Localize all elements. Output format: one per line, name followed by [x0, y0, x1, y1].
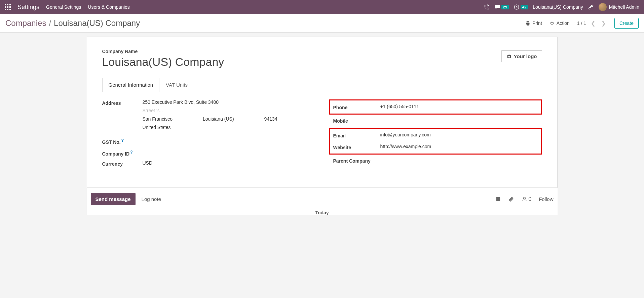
form-sheet: Your logo Company Name Louisana(US) Comp… — [87, 37, 558, 188]
highlight-phone: Phone +1 (650) 555-0111 — [329, 99, 542, 115]
print-button[interactable]: Print — [525, 20, 542, 26]
address-label: Address — [102, 99, 143, 106]
tab-general-information[interactable]: General Information — [102, 78, 160, 92]
address-city[interactable]: San Francisco — [143, 116, 173, 122]
pager-text: 1 / 1 — [577, 20, 586, 26]
gst-no-label: GST No.? — [102, 137, 143, 145]
phone-value[interactable]: +1 (650) 555-0111 — [380, 104, 538, 109]
tab-vat-units[interactable]: VAT Units — [159, 78, 194, 92]
address-street1[interactable]: 250 Executive Park Blvd, Suite 3400 — [143, 99, 315, 105]
mobile-label: Mobile — [333, 117, 380, 124]
book-icon[interactable] — [495, 196, 501, 202]
attachment-icon[interactable] — [508, 196, 514, 202]
company-id-label: Company ID? — [102, 149, 143, 157]
follow-button[interactable]: Follow — [539, 196, 553, 202]
company-id-help-icon[interactable]: ? — [130, 150, 132, 155]
app-title: Settings — [17, 4, 39, 11]
messages-icon[interactable]: 29 — [494, 4, 509, 10]
create-button[interactable]: Create — [614, 18, 639, 29]
avatar — [599, 3, 607, 11]
company-name-value[interactable]: Louisana(US) Company — [102, 55, 542, 69]
company-switcher[interactable]: Louisana(US) Company — [533, 4, 583, 10]
tabs: General Information VAT Units — [102, 78, 542, 92]
breadcrumb-sep: / — [49, 18, 51, 28]
user-name: Mitchell Admin — [609, 4, 639, 10]
address-street2[interactable]: Street 2... — [143, 108, 315, 113]
company-name-label: Company Name — [102, 49, 542, 54]
chatter: Send message Log note 0 Follow Today — [87, 188, 558, 215]
nav-users-companies[interactable]: Users & Companies — [88, 4, 130, 10]
action-bar: Companies / Louisana(US) Company Print A… — [0, 14, 644, 33]
your-logo-button[interactable]: Your logo — [501, 50, 542, 62]
apps-icon[interactable] — [5, 4, 11, 10]
pager: 1 / 1 ❮ ❯ — [577, 19, 607, 28]
address-state[interactable]: Louisiana (US) — [203, 116, 234, 122]
form-col-right: Phone +1 (650) 555-0111 Mobile Email inf… — [329, 99, 542, 171]
phone-label: Phone — [333, 104, 380, 110]
address-zip[interactable]: 94134 — [264, 116, 277, 122]
currency-value[interactable]: USD — [143, 160, 315, 166]
email-value[interactable]: info@yourcompany.com — [380, 132, 538, 137]
highlight-email-website: Email info@yourcompany.com Website http:… — [329, 128, 542, 155]
breadcrumb: Companies / Louisana(US) Company — [5, 18, 140, 28]
action-button[interactable]: Action — [550, 20, 570, 26]
messages-badge: 29 — [501, 5, 509, 9]
form-col-left: Address 250 Executive Park Blvd, Suite 3… — [102, 99, 315, 171]
parent-company-label: Parent Company — [333, 157, 380, 164]
svg-point-1 — [524, 197, 526, 199]
website-label: Website — [333, 144, 380, 150]
followers-count: 0 — [528, 196, 531, 202]
nav-general-settings[interactable]: General Settings — [46, 4, 81, 10]
breadcrumb-root[interactable]: Companies — [5, 18, 46, 28]
send-message-button[interactable]: Send message — [91, 193, 136, 205]
pager-next[interactable]: ❯ — [600, 19, 607, 28]
gst-help-icon[interactable]: ? — [121, 138, 124, 143]
log-note-button[interactable]: Log note — [142, 196, 161, 202]
debug-icon[interactable] — [588, 4, 594, 10]
today-separator: Today — [87, 210, 558, 215]
user-menu[interactable]: Mitchell Admin — [599, 3, 639, 11]
email-label: Email — [333, 132, 380, 138]
pager-prev[interactable]: ❮ — [590, 19, 597, 28]
breadcrumb-current: Louisana(US) Company — [54, 18, 140, 28]
activities-badge: 42 — [521, 5, 528, 9]
currency-label: Currency — [102, 160, 143, 167]
top-nav: Settings General Settings Users & Compan… — [0, 0, 644, 14]
activities-icon[interactable]: 42 — [514, 4, 528, 10]
website-value[interactable]: http://www.example.com — [380, 144, 538, 149]
followers-icon[interactable]: 0 — [522, 196, 531, 202]
address-country[interactable]: United States — [143, 125, 315, 130]
phone-icon[interactable] — [484, 4, 490, 10]
